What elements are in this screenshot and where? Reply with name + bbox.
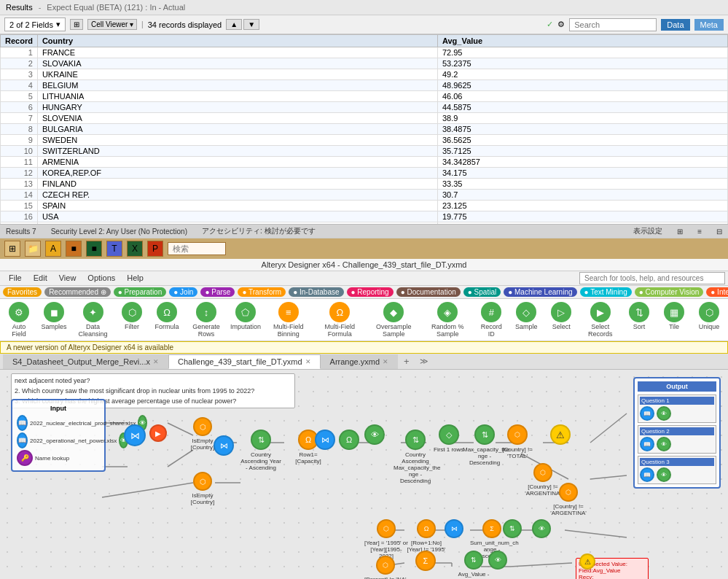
browse-node-3[interactable]: 👁	[488, 551, 507, 570]
menu-options[interactable]: Options	[82, 272, 121, 284]
q1-browse-icon[interactable]: 👁	[657, 406, 671, 421]
warning-node[interactable]: ⚠	[550, 424, 571, 445]
cat-cv[interactable]: ● Computer Vision	[635, 287, 704, 297]
join-node-1[interactable]: ⋈	[124, 424, 146, 446]
taskbar-search[interactable]	[168, 242, 226, 255]
tool-imputation[interactable]: ⬠ Imputation	[231, 302, 260, 338]
cat-interface[interactable]: ● Interface	[706, 287, 728, 297]
powerpoint-icon[interactable]: P	[147, 241, 163, 257]
tab-datasheet[interactable]: S4_Datasheet_Output_Merge_Revi...x ✕	[3, 354, 168, 369]
join-node-3[interactable]: ⋈	[315, 430, 335, 450]
row-year-node[interactable]: Ω [Row+1:No] [Year] != '1995'	[404, 519, 448, 553]
tab-close-datasheet[interactable]: ✕	[153, 358, 159, 365]
start-icon[interactable]: ⊞	[4, 241, 20, 257]
help-search[interactable]	[579, 272, 725, 284]
canvas-area[interactable]: next adjacent noted year? 2. Which count…	[0, 370, 728, 579]
tool-random-%-sample[interactable]: ◈ Random % Sample	[424, 302, 471, 338]
error-warning-icon[interactable]: ⚠	[579, 553, 595, 570]
cat-preparation[interactable]: ● Preparation	[114, 287, 167, 297]
cat-ml[interactable]: ● Machine Learning	[504, 287, 576, 297]
tool-record-id[interactable]: # Record ID	[477, 302, 506, 338]
add-tab-button[interactable]: +	[398, 354, 415, 369]
tab-close-challenge[interactable]: ✕	[305, 358, 311, 365]
menu-edit[interactable]: Edit	[28, 272, 53, 284]
browse-node-2[interactable]: 👁	[532, 519, 551, 538]
q2-browse-icon[interactable]: 👁	[657, 437, 671, 451]
sort-node-4[interactable]: ⇅	[503, 519, 522, 538]
name-lookup-icon[interactable]: 🔑	[17, 450, 33, 466]
fields-selector[interactable]: 2 of 2 Fields ▾	[4, 18, 66, 31]
tab-close-arrange[interactable]: ✕	[383, 358, 388, 365]
tool-tile[interactable]: ▦ Tile	[659, 302, 689, 338]
filter-arg-node-2[interactable]: ⬡ [Country] != 'ARGENTINA'	[547, 483, 590, 516]
tool-select-records[interactable]: ▶ Select Records	[582, 302, 619, 338]
prev-arrow[interactable]: ▲	[226, 19, 242, 30]
teams-icon[interactable]: T	[106, 241, 122, 257]
sort-node-1[interactable]: ⇅ Country Ascending Year - Ascending	[239, 430, 283, 471]
formula-node-1[interactable]: Ω	[339, 430, 359, 450]
app-icon-2[interactable]: ■	[86, 241, 102, 257]
meta-button[interactable]: Meta	[694, 19, 724, 31]
sample-node[interactable]: ◇ First 1 rows	[434, 424, 463, 453]
input-file-2-read-icon[interactable]: 📖	[17, 432, 28, 448]
is-empty-node-2[interactable]: ⬡ IsEmpty [Country]	[181, 472, 224, 505]
tab-arrange[interactable]: Arrange.yxmd ✕	[321, 354, 398, 369]
app-icon-1[interactable]: ■	[66, 241, 82, 257]
input-file-1-read-icon[interactable]: 📖	[17, 415, 28, 431]
grid-icon-btn[interactable]: ⊞	[70, 19, 83, 30]
cat-spatial[interactable]: ● Spatial	[463, 287, 501, 297]
list-view-icon[interactable]: ≡	[697, 228, 702, 236]
tool-multi-field-binning[interactable]: ≡ Multi-Field Binning	[266, 302, 310, 338]
q1-read-icon[interactable]: 📖	[640, 406, 654, 421]
cat-transform[interactable]: ● Transform	[238, 287, 286, 297]
cat-in-database[interactable]: ● In-Database	[289, 287, 343, 297]
year-filter-node[interactable]: ⬡ [Year] = '1995' or [Year][1995-2022]	[364, 519, 408, 559]
tool-samples[interactable]: ◼ Samples	[39, 302, 69, 338]
cell-viewer-btn[interactable]: Cell Viewer ▾	[87, 19, 137, 30]
cat-documentation[interactable]: ● Documentation	[396, 287, 461, 297]
cat-join[interactable]: ● Join	[169, 287, 197, 297]
cat-favorites[interactable]: Favorites	[3, 287, 42, 297]
tool-generate-rows[interactable]: ↕ Generate Rows	[187, 302, 225, 338]
explorer-icon[interactable]: 📁	[25, 241, 41, 257]
q3-browse-icon[interactable]: 👁	[657, 467, 671, 482]
percent-filter-node[interactable]: ⬡ [Percent] != 'NA'	[364, 556, 407, 579]
q3-read-icon[interactable]: 📖	[640, 467, 654, 482]
tool-auto-field[interactable]: ⚙ Auto Field	[4, 302, 34, 338]
status-display-settings[interactable]: 表示設定	[633, 226, 662, 236]
filter-total-node[interactable]: ⬡ [Country] != 'TOTAL'	[496, 424, 539, 459]
cat-recommended[interactable]: Recommended ⊕	[44, 287, 111, 297]
cat-reporting[interactable]: ● Reporting	[347, 287, 394, 297]
tab-challenge[interactable]: Challenge_439_start_file_DT.yxmd ✕	[168, 354, 321, 369]
next-arrow[interactable]: ▼	[243, 19, 259, 30]
join-node-4[interactable]: ⋈	[445, 519, 463, 538]
menu-view[interactable]: View	[53, 272, 82, 284]
cat-parse[interactable]: ● Parse	[200, 287, 235, 297]
sort-node-2[interactable]: ⇅ Country Ascending Max_capacity_the nge…	[394, 430, 437, 484]
q2-read-icon[interactable]: 📖	[640, 437, 654, 451]
more-tabs-icon[interactable]: ≫	[415, 354, 433, 368]
tool-multi-field-formula[interactable]: Ω Multi-Field Formula	[316, 302, 363, 338]
data-button[interactable]: Data	[661, 19, 689, 31]
tool-unique[interactable]: ⬡ Unique	[694, 302, 724, 338]
select-node-1[interactable]: ▶	[149, 424, 167, 442]
tool-data-cleansing[interactable]: ✦ Data Cleansing	[74, 302, 111, 338]
tool-sample[interactable]: ◇ Sample	[512, 302, 541, 338]
search-input[interactable]	[569, 18, 657, 31]
grid-view-icon[interactable]: ⊞	[677, 228, 683, 236]
tool-sort[interactable]: ⇅ Sort	[625, 302, 654, 338]
alteryx-icon[interactable]: A	[45, 241, 61, 257]
tool-oversample-sample[interactable]: ◆ Oversample Sample	[369, 302, 418, 338]
browse-node-1[interactable]: 👁	[364, 424, 385, 445]
detail-view-icon[interactable]: ⊟	[716, 228, 722, 236]
cat-text[interactable]: ● Text Mining	[580, 287, 632, 297]
menu-help[interactable]: Help	[121, 272, 149, 284]
menu-file[interactable]: File	[3, 272, 28, 284]
join-node-2[interactable]: ⋈	[214, 435, 234, 456]
tool-formula[interactable]: Ω Formula	[152, 302, 181, 338]
settings-icon[interactable]: ⚙	[557, 20, 565, 29]
excel-icon[interactable]: X	[127, 241, 143, 257]
tool-select[interactable]: ▷ Select	[547, 302, 576, 338]
summarize-node[interactable]: Σ	[415, 551, 436, 571]
tool-filter[interactable]: ⬡ Filter	[117, 302, 146, 338]
